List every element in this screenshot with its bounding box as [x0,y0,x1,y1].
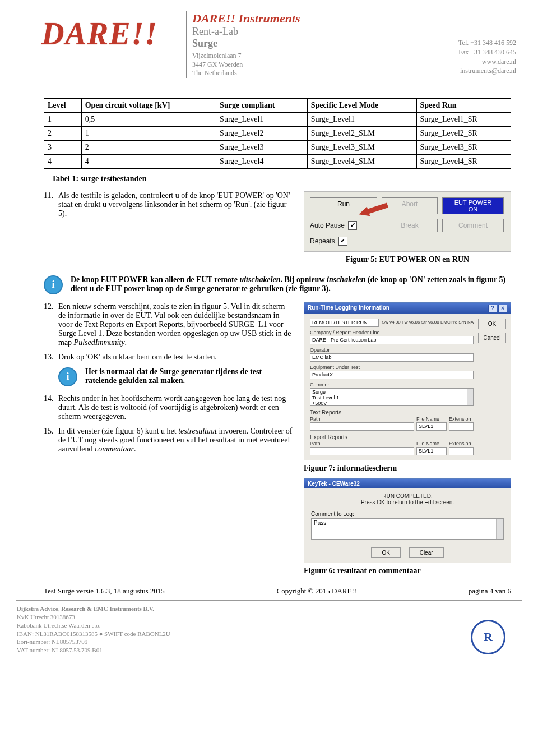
operator-label: Operator [310,347,474,353]
header-rule [16,86,522,86]
footer-page: pagina 4 van 6 [469,587,511,596]
text-ext-field[interactable] [449,422,474,431]
figure-5-panel: Run Abort EUT POWER ON Auto Pause ✔ Brea… [304,191,511,252]
comment-value: Pass [314,520,326,526]
step-14: 14. Rechts onder in het hoofdscherm word… [44,394,294,421]
auto-pause-checkbox[interactable]: ✔ [348,221,357,230]
s15b: testresultaat [178,427,217,435]
info1-b: uitschakelen [239,275,280,284]
address: Vijzelmolenlaan 7 3447 GX Woerden The Ne… [192,52,366,78]
comment-button[interactable]: Comment [442,219,504,232]
table-cell: Surge_Level4_SR [416,154,511,168]
table-cell: 4 [81,154,216,168]
table-cell: 4 [44,154,82,168]
figure-6-dialog: KeyTek - CEWare32 RUN COMPLETED. Press O… [304,478,511,563]
cf-bank: Rabobank Utrechtse Waarden e.o. [17,621,522,630]
scrollbar[interactable] [496,519,503,539]
footer-copyright: Copyright © 2015 DARE!! [277,587,356,596]
th-level: Level [44,98,82,112]
comment-line-3: +500V [312,400,471,406]
eut-power-label-1: EUT POWER [454,199,491,206]
letterhead: DARE!! DARE!! Instruments Rent-a-Lab Sur… [16,11,522,78]
cancel-button[interactable]: Cancel [478,333,506,343]
cf-eori: Eori-number: NL805753709 [17,638,522,646]
table-cell: Surge_Level2_SLM [307,126,416,140]
scrollbar[interactable] [467,389,473,405]
dialog6-title: KeyTek - CEWare32 [308,481,360,487]
export-fn-field[interactable]: SLVL1 [416,447,447,455]
table-cell: Surge_Level3 [216,140,308,154]
step-number: 14. [44,394,58,421]
auto-pause-row: Auto Pause ✔ [310,219,377,232]
table-caption: Tabel 1: surge testbestanden [52,174,511,183]
table-cell: 2 [44,126,82,140]
table-cell: 0,5 [81,112,216,126]
figure-6-caption: Figuur 6: resultaat en commentaar [304,566,511,575]
text-fn-field[interactable]: SLVL1 [416,422,447,431]
repeats-checkbox[interactable]: ✔ [338,237,347,246]
s15d: commentaar [95,445,134,453]
comment-label: Comment [310,382,474,388]
repeats-label: Repeats [310,237,335,245]
ext-label: Extension [449,416,474,422]
info1-c: . Bij opnieuw [281,275,327,284]
addr-line-3: The Netherlands [192,69,366,78]
press-ok-text: Press OK to return to the Edit screen. [311,499,504,505]
letterhead-right: Tel. +31 348 416 592 Fax +31 348 430 645… [458,11,522,76]
th-speedrun: Speed Run [416,98,511,112]
info-text-1: De knop EUT POWER kan alleen de EUT remo… [71,275,511,293]
table-row: 10,5Surge_Level1Surge_Level1Surge_Level1… [44,112,511,126]
comment-line-1: Surge [312,389,471,395]
table-cell: Surge_Level1 [307,112,416,126]
eut-field[interactable]: ProductX [310,371,474,379]
table-cell: 1 [44,112,82,126]
table-row: 32Surge_Level3Surge_Level3_SLMSurge_Leve… [44,140,511,154]
info-icon: i [44,275,63,294]
table-cell: Surge_Level3_SLM [307,140,416,154]
comment-field[interactable]: Surge Test Level 1 +500V [310,388,474,406]
fax: Fax +31 348 430 645 [458,48,516,57]
export-ext-field[interactable] [449,447,474,455]
clear-button[interactable]: Clear [409,547,444,558]
dialog6-titlebar: KeyTek - CEWare32 [304,479,511,488]
path-label: Path [310,441,414,446]
cf-name: Dijkstra Advice, Research & EMC Instrume… [17,605,522,613]
auto-pause-label: Auto Pause [310,222,345,229]
text-path-field[interactable] [310,422,414,431]
company-field[interactable]: DARE - Pre Certification Lab [310,336,474,344]
cf-kvk: KvK Utrecht 30138673 [17,613,522,621]
version-meta: Sw v4.00 Fw v6.06 Str v6.00 EMCPro S/N N… [382,319,474,325]
surge-label: Surge [192,38,366,49]
fn-label: File Name [416,416,447,422]
repeats-row: Repeats ✔ [310,237,377,246]
footer-version: Test Surge versie 1.6.3, 18 augustus 201… [44,587,165,596]
cf-iban-b: SWIFT code RABONL2U [103,630,170,637]
info-note-2: i Het is normaal dat de Surge generator … [58,367,294,386]
tel: Tel. +31 348 416 592 [458,38,516,48]
abort-button[interactable]: Abort [382,197,438,214]
tester-run-field[interactable]: REMOTE/TESTER RUN [310,319,379,327]
table-row: 21Surge_Level2Surge_Level2_SLMSurge_Leve… [44,126,511,140]
ok-button[interactable]: OK [371,547,400,558]
export-path-field[interactable] [310,447,414,455]
footer-rule [16,600,522,601]
help-icon[interactable]: ? [488,305,497,312]
comment-to-log-field[interactable]: Pass [311,518,504,540]
addr-line-2: 3447 GX Woerden [192,61,366,70]
comment-line-2: Test Level 1 [312,395,471,400]
company-footer: Dijkstra Advice, Research & EMC Instrume… [16,605,522,654]
seal-letter: R [484,629,493,646]
ext-label: Extension [449,441,474,446]
eut-power-button[interactable]: EUT POWER ON [442,197,504,214]
table-cell: Surge_Level4 [216,154,308,168]
step-text: Een nieuw scherm verschijnt, zoals te zi… [58,302,294,347]
letterhead-center: DARE!! Instruments Rent-a-Lab Surge Vijz… [186,11,366,78]
operator-field[interactable]: EMC lab [310,353,474,362]
email: instruments@dare.nl [458,66,516,76]
break-button[interactable]: Break [382,219,438,232]
close-icon[interactable]: × [498,305,507,312]
company-name: DARE!! Instruments [192,11,366,26]
ok-button[interactable]: OK [478,319,506,329]
table-cell: 3 [44,140,82,154]
info-text-2: Het is normaal dat de Surge generator ti… [85,367,294,385]
